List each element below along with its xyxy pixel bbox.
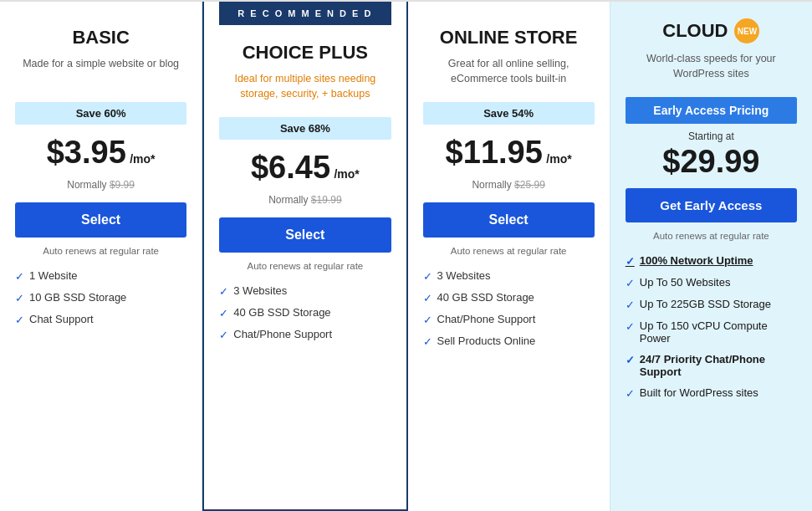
price-normal: Normally $19.99	[219, 194, 391, 206]
features-list: ✓ 1 Website ✓ 10 GB SSD Storage ✓ Chat S…	[15, 269, 186, 326]
check-icon: ✓	[626, 387, 635, 400]
price-main: $3.95	[47, 135, 126, 170]
early-access-badge: Early Access Pricing	[626, 97, 797, 124]
feature-item: ✓ 40 GB SSD Storage	[423, 291, 595, 304]
check-icon: ✓	[219, 307, 228, 319]
auto-renew-text: Auto renews at regular rate	[219, 261, 391, 271]
auto-renew-text: Auto renews at regular rate	[423, 246, 595, 256]
price-normal: Normally $25.99	[423, 179, 595, 191]
price-suffix: /mo*	[130, 152, 155, 166]
check-icon: ✓	[626, 277, 635, 289]
price-block: $6.45 /mo*	[219, 150, 391, 186]
feature-text: 3 Websites	[437, 269, 491, 282]
check-icon: ✓	[626, 299, 635, 311]
feature-item: ✓ 40 GB SSD Storage	[219, 306, 391, 319]
check-icon: ✓	[15, 314, 24, 326]
select-button[interactable]: Select	[423, 202, 595, 238]
feature-text: Chat/Phone Support	[437, 313, 536, 325]
price-main: $6.45	[251, 150, 330, 185]
features-list: ✓ 3 Websites ✓ 40 GB SSD Storage ✓ Chat/…	[219, 284, 391, 341]
new-badge: NEW	[734, 18, 759, 43]
feature-item: ✓ 10 GB SSD Storage	[15, 291, 186, 304]
check-icon: ✓	[423, 314, 432, 326]
early-access-button[interactable]: Get Early Access	[626, 188, 797, 222]
plan-desc: Made for a simple website or blog	[15, 57, 186, 90]
check-icon: ✓	[219, 285, 228, 298]
feature-text: 3 Websites	[233, 284, 287, 297]
feature-item: ✓ 3 Websites	[423, 269, 595, 283]
feature-text: Sell Products Online	[437, 335, 536, 347]
feature-item: ✓ 1 Website	[15, 269, 186, 283]
price-block: $11.95 /mo*	[423, 135, 595, 171]
plan-name: ONLINE STORE	[423, 27, 595, 49]
features-list: ✓ 100% Network Uptime ✓ Up To 50 Website…	[626, 254, 797, 400]
feature-item: ✓ Up To 225GB SSD Storage	[626, 298, 797, 311]
feature-text: 1 Website	[29, 269, 78, 282]
feature-text: Up To 225GB SSD Storage	[640, 298, 771, 310]
check-icon: ✓	[626, 354, 635, 366]
feature-item: ✓ Built for WordPress sites	[626, 386, 797, 400]
save-badge: Save 54%	[423, 102, 595, 125]
auto-renew-text: Auto renews at regular rate	[626, 231, 797, 241]
feature-item: ✓ 24/7 Priority Chat/Phone Support	[626, 353, 797, 378]
check-icon: ✓	[219, 329, 228, 341]
plan-col-basic: BASICMade for a simple website or blogSa…	[0, 2, 202, 511]
check-icon: ✓	[423, 292, 432, 304]
price-main: $29.99	[662, 144, 759, 179]
feature-text: 100% Network Uptime	[640, 254, 753, 267]
check-icon: ✓	[423, 335, 432, 348]
feature-item: ✓ Chat/Phone Support	[219, 328, 391, 341]
auto-renew-text: Auto renews at regular rate	[15, 246, 186, 256]
feature-text: Up To 50 Websites	[640, 276, 731, 289]
plan-desc: Great for all online selling, eCommerce …	[423, 57, 595, 90]
recommended-banner: R E C O M M E N D E D	[219, 2, 391, 25]
plan-col-cloud: CLOUD NEW World-class speeds for your Wo…	[610, 2, 812, 511]
feature-text: Chat/Phone Support	[233, 328, 332, 340]
select-button[interactable]: Select	[219, 217, 391, 253]
feature-text: Chat Support	[29, 313, 94, 325]
starting-at: Starting at	[626, 130, 797, 142]
plan-col-choice-plus: R E C O M M E N D E DCHOICE PLUSIdeal fo…	[202, 2, 407, 511]
feature-item: ✓ 3 Websites	[219, 284, 391, 298]
plan-name: CLOUD NEW	[626, 18, 797, 43]
plan-col-online-store: ONLINE STOREGreat for all online selling…	[408, 2, 610, 511]
save-badge: Save 60%	[15, 102, 186, 125]
feature-item: ✓ Sell Products Online	[423, 335, 595, 348]
plan-desc: World-class speeds for your WordPress si…	[626, 52, 797, 85]
price-main: $11.95	[446, 135, 543, 170]
check-icon: ✓	[626, 320, 635, 333]
feature-item: ✓ Chat Support	[15, 313, 186, 326]
feature-text: Up To 150 vCPU Compute Power	[640, 319, 797, 345]
price-suffix: /mo*	[546, 152, 571, 166]
feature-text: 24/7 Priority Chat/Phone Support	[640, 353, 797, 378]
feature-item: ✓ Up To 50 Websites	[626, 276, 797, 289]
price-suffix: /mo*	[334, 167, 359, 181]
check-icon: ✓	[15, 292, 24, 304]
feature-item: ✓ 100% Network Uptime	[626, 254, 797, 268]
feature-text: 40 GB SSD Storage	[437, 291, 534, 304]
feature-text: Built for WordPress sites	[640, 386, 758, 399]
feature-text: 40 GB SSD Storage	[233, 306, 330, 319]
features-list: ✓ 3 Websites ✓ 40 GB SSD Storage ✓ Chat/…	[423, 269, 595, 348]
check-icon: ✓	[423, 270, 432, 283]
feature-item: ✓ Chat/Phone Support	[423, 313, 595, 326]
plan-name: BASIC	[15, 27, 186, 49]
select-button[interactable]: Select	[15, 202, 186, 238]
price-normal: Normally $9.99	[15, 179, 186, 191]
price-block: $3.95 /mo*	[15, 135, 186, 171]
plan-name: CHOICE PLUS	[219, 42, 391, 64]
pricing-container: BASICMade for a simple website or blogSa…	[0, 0, 812, 511]
check-icon: ✓	[626, 255, 635, 268]
price-block: $29.99	[626, 144, 797, 180]
plan-name-text: CLOUD	[662, 20, 728, 42]
plan-desc: Ideal for multiple sites needing storage…	[219, 72, 391, 105]
feature-text: 10 GB SSD Storage	[29, 291, 126, 304]
feature-item: ✓ Up To 150 vCPU Compute Power	[626, 319, 797, 345]
check-icon: ✓	[15, 270, 24, 283]
save-badge: Save 68%	[219, 117, 391, 140]
